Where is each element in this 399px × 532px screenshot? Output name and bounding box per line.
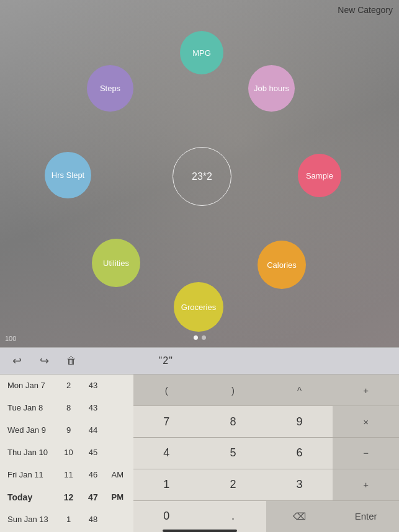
picker-day: Fri Jan 11 [4, 464, 56, 486]
bubble-sample[interactable]: Sample [298, 154, 341, 197]
picker-hour: 10 [56, 441, 81, 464]
picker-row[interactable]: Tue Jan 8843 [0, 397, 133, 419]
picker-minute: 43 [81, 397, 105, 419]
key-([interactable]: ( [133, 375, 200, 406]
picker-hour: 11 [56, 464, 81, 486]
bubble-utilities[interactable]: Utilities [92, 239, 140, 287]
picker-row[interactable]: Sun Jan 13148 [0, 508, 133, 531]
picker-minute: 46 [81, 464, 105, 486]
bubble-steps[interactable]: Steps [87, 65, 133, 112]
page-dot-1[interactable] [194, 335, 198, 340]
picker-day: Sun Jan 13 [4, 508, 56, 531]
toolbar-left: ↩ ↪ 🗑 [0, 352, 88, 370]
picker-minute: 43 [81, 375, 105, 397]
bubble-hrs-slept[interactable]: Hrs Slept [45, 152, 91, 198]
counter-label: 100 [5, 335, 16, 342]
key-−[interactable]: − [333, 438, 399, 469]
key-.[interactable]: . [200, 501, 266, 532]
key-backspace[interactable]: ⌫ [266, 501, 333, 532]
page-dot-2[interactable] [202, 335, 206, 340]
undo-button[interactable]: ↩ [7, 352, 26, 370]
picker-row[interactable]: Fri Jan 111146AM [0, 464, 133, 486]
picker-hour: 2 [56, 375, 81, 397]
keypad: ()^+789×456−123+0.⌫Enter [133, 375, 399, 532]
key-1[interactable]: 1 [133, 469, 200, 500]
picker-minute: 48 [81, 508, 105, 531]
key-+[interactable]: + [333, 375, 399, 406]
bubble-calories[interactable]: Calories [258, 241, 306, 289]
canvas-area: New Category MPGStepsJob hoursHrs SleptS… [0, 0, 399, 347]
key-6[interactable]: 6 [266, 438, 333, 469]
key-)[interactable]: ) [200, 375, 266, 406]
picker-day: Thu Jan 10 [4, 441, 56, 464]
picker-hour: 9 [56, 419, 81, 441]
picker-row[interactable]: Today1247PM [0, 486, 133, 508]
bubble-job-hours[interactable]: Job hours [248, 65, 295, 112]
key-×[interactable]: × [333, 406, 399, 437]
key-9[interactable]: 9 [266, 406, 333, 437]
picker-hour: 12 [56, 486, 81, 508]
key-5[interactable]: 5 [200, 438, 266, 469]
undo-icon: ↩ [12, 354, 22, 368]
bubble-groceries[interactable]: Groceries [174, 282, 223, 332]
picker-row[interactable]: Wed Jan 9944 [0, 419, 133, 441]
active-bubble[interactable]: 23*2 [173, 147, 231, 206]
toolbar: ↩ ↪ 🗑 "2" [0, 347, 399, 375]
key-3[interactable]: 3 [266, 469, 333, 500]
picker-row[interactable]: Mon Jan 7243 [0, 375, 133, 397]
picker-minute: 47 [81, 486, 105, 508]
key-2[interactable]: 2 [200, 469, 266, 500]
redo-button[interactable]: ↪ [35, 352, 53, 370]
key-0[interactable]: 0 [133, 501, 200, 532]
picker-row[interactable]: Thu Jan 101045 [0, 441, 133, 464]
picker-day: Wed Jan 9 [4, 419, 56, 441]
trash-icon: 🗑 [66, 355, 76, 366]
key-enter[interactable]: Enter [333, 501, 399, 532]
picker-day: Today [4, 486, 56, 508]
new-category-button[interactable]: New Category [338, 5, 393, 15]
key-8[interactable]: 8 [200, 406, 266, 437]
picker-minute: 45 [81, 441, 105, 464]
active-bubble-label: 23*2 [192, 171, 212, 182]
picker-day: Tue Jan 8 [4, 397, 56, 419]
toolbar-display: "2" [88, 355, 244, 366]
page-indicators [194, 335, 206, 340]
picker-ampm: PM [105, 486, 130, 508]
picker-hour: 8 [56, 397, 81, 419]
redo-icon: ↪ [40, 354, 49, 368]
key-4[interactable]: 4 [133, 438, 200, 469]
picker-ampm: AM [105, 464, 130, 486]
home-bar [163, 530, 237, 532]
bubble-mpg[interactable]: MPG [180, 31, 223, 74]
picker-day: Mon Jan 7 [4, 375, 56, 397]
time-picker[interactable]: Mon Jan 7243Tue Jan 8843Wed Jan 9944Thu … [0, 375, 133, 532]
picker-hour: 1 [56, 508, 81, 531]
key-+[interactable]: + [333, 469, 399, 500]
key-^[interactable]: ^ [266, 375, 333, 406]
key-7[interactable]: 7 [133, 406, 200, 437]
picker-minute: 44 [81, 419, 105, 441]
clear-button[interactable]: 🗑 [62, 352, 81, 370]
